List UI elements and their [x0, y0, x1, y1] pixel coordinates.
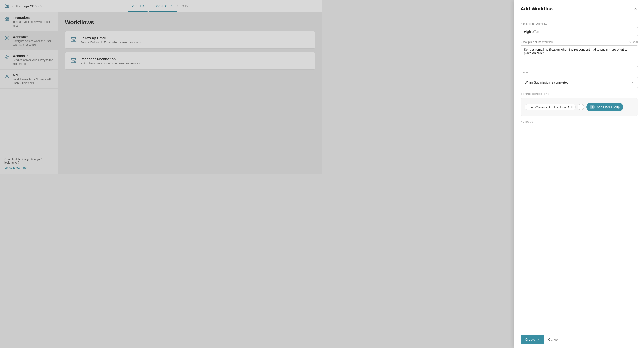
- modal-overlay: [0, 0, 322, 174]
